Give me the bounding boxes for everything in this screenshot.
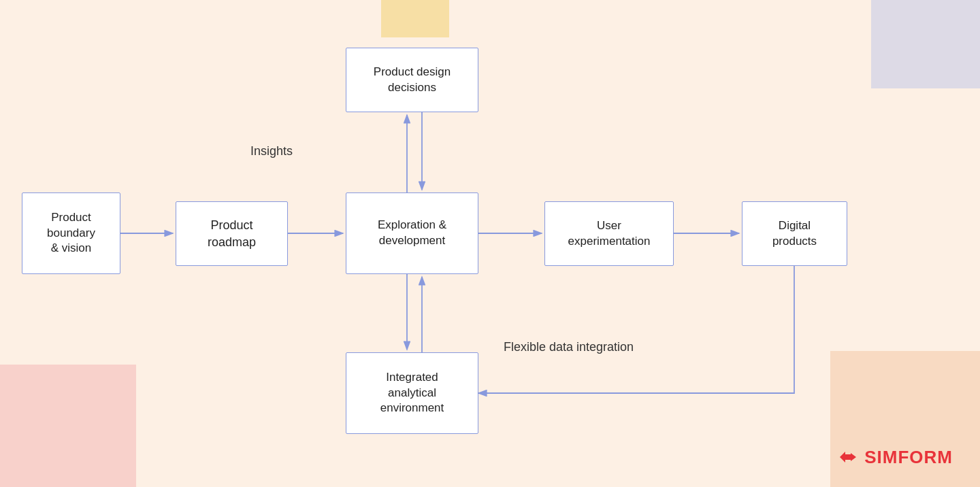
simform-s-icon [837,446,859,468]
box-exploration-label: Exploration &development [378,218,446,249]
svg-marker-2 [840,452,856,463]
box-boundary: Productboundary& vision [22,192,120,274]
box-integrated: Integratedanalyticalenvironment [346,352,478,434]
arrow-digital-integrated [478,266,794,393]
simform-logo: SIMFORM [837,446,953,468]
box-design: Product designdecisions [346,48,478,112]
label-insights: Insights [250,144,293,158]
box-digital: Digitalproducts [742,201,847,266]
box-userexp-label: Userexperimentation [568,218,651,250]
box-roadmap: Productroadmap [176,201,288,266]
box-exploration: Exploration &development [346,192,478,274]
box-integrated-label: Integratedanalyticalenvironment [380,370,444,417]
box-boundary-label: Productboundary& vision [47,210,95,257]
box-design-label: Product designdecisions [374,65,451,96]
label-flexible: Flexible data integration [504,340,634,354]
diagram: Productboundary& vision Productroadmap E… [0,0,980,487]
box-roadmap-label: Productroadmap [208,217,256,250]
box-digital-label: Digitalproducts [772,218,817,250]
box-userexp: Userexperimentation [544,201,674,266]
simform-text-label: SIMFORM [864,447,953,468]
